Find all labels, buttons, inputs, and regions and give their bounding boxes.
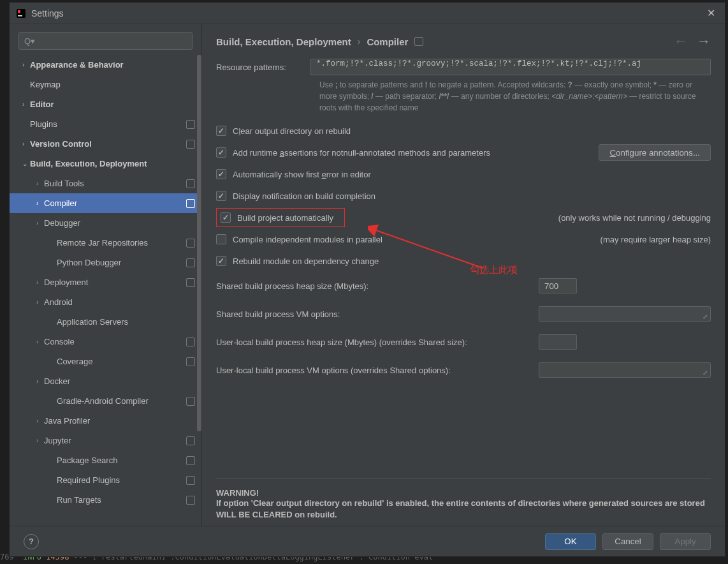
sidebar-item-deployment[interactable]: ›Deployment bbox=[10, 272, 201, 292]
checkbox-icon[interactable] bbox=[216, 169, 226, 179]
shared-vm-label: Shared build process VM options: bbox=[216, 309, 340, 319]
sidebar-item-editor[interactable]: ›Editor bbox=[10, 94, 201, 114]
sidebar-item-label: Required Plugins bbox=[57, 475, 182, 485]
clear-output-checkbox-row[interactable]: Clear output directory on rebuild bbox=[216, 120, 711, 142]
sidebar-item-compiler[interactable]: ›Compiler bbox=[10, 193, 201, 213]
project-scope-icon bbox=[186, 456, 195, 465]
cancel-button[interactable]: Cancel bbox=[602, 533, 653, 550]
rebuild-dep-checkbox-row[interactable]: Rebuild module on dependency change bbox=[216, 250, 711, 272]
checkbox-icon[interactable] bbox=[216, 256, 226, 266]
sidebar-item-label: Jupyter bbox=[44, 436, 182, 445]
sidebar-item-console[interactable]: ›Console bbox=[10, 332, 201, 352]
user-heap-input[interactable] bbox=[539, 334, 577, 350]
sidebar-item-android[interactable]: ›Android bbox=[10, 292, 201, 312]
sidebar-item-coverage[interactable]: Coverage bbox=[10, 352, 201, 371]
sidebar-item-version-control[interactable]: ›Version Control bbox=[10, 134, 201, 154]
sidebar-item-label: Python Debugger bbox=[57, 258, 182, 267]
checkbox-icon[interactable] bbox=[216, 126, 226, 136]
project-scope-icon bbox=[186, 278, 195, 287]
nav-back-icon[interactable]: ← bbox=[674, 33, 688, 50]
sidebar-item-label: Remote Jar Repositories bbox=[57, 238, 182, 248]
display-notification-checkbox-row[interactable]: Display notification on build completion bbox=[216, 185, 711, 207]
compile-parallel-checkbox-row[interactable]: Compile independent modules in parallel … bbox=[216, 228, 711, 250]
project-scope-icon bbox=[186, 140, 195, 149]
sidebar-item-label: Android bbox=[44, 297, 195, 307]
search-icon: Q▾ bbox=[24, 36, 35, 46]
sidebar-item-label: Version Control bbox=[30, 139, 182, 149]
button-bar: ? OK Cancel Apply bbox=[10, 526, 725, 556]
sidebar-item-label: Build Tools bbox=[44, 179, 182, 188]
ok-button[interactable]: OK bbox=[545, 533, 596, 550]
sidebar-item-docker[interactable]: ›Docker bbox=[10, 371, 201, 391]
build-auto-highlight: Build project automatically bbox=[216, 208, 345, 227]
titlebar: Settings ✕ bbox=[10, 3, 725, 24]
configure-annotations-button[interactable]: Configure annotations... bbox=[599, 144, 711, 161]
sidebar-item-appearance-behavior[interactable]: ›Appearance & Behavior bbox=[10, 55, 201, 75]
sidebar-item-label: Java Profiler bbox=[44, 416, 195, 426]
warning-title: WARNING! bbox=[216, 488, 711, 498]
sidebar-item-python-debugger[interactable]: Python Debugger bbox=[10, 253, 201, 272]
project-scope-icon bbox=[186, 179, 195, 188]
build-auto-checkbox-label[interactable]: Build project automatically bbox=[237, 213, 333, 223]
sidebar-item-label: Deployment bbox=[44, 278, 182, 287]
search-input[interactable]: Q▾ bbox=[18, 32, 193, 50]
tree-scrollbar[interactable] bbox=[197, 55, 201, 431]
resource-patterns-input[interactable]: *.form;!?*.class;!?*.groovy;!?*.scala;!?… bbox=[310, 59, 711, 75]
project-scope-icon bbox=[186, 476, 195, 485]
sidebar-item-plugins[interactable]: Plugins bbox=[10, 114, 201, 134]
shared-heap-input[interactable] bbox=[539, 278, 577, 293]
checkbox-icon[interactable] bbox=[216, 234, 226, 244]
shared-vm-input[interactable]: ⤢ bbox=[539, 306, 711, 322]
parallel-hint: (may require larger heap size) bbox=[601, 235, 711, 244]
sidebar-item-label: Compiler bbox=[44, 198, 182, 208]
sidebar-item-java-profiler[interactable]: ›Java Profiler bbox=[10, 411, 201, 431]
breadcrumb-current: Compiler bbox=[367, 36, 408, 47]
sidebar-item-required-plugins[interactable]: Required Plugins bbox=[10, 470, 201, 490]
project-scope-icon bbox=[186, 397, 195, 406]
sidebar-item-package-search[interactable]: Package Search bbox=[10, 450, 201, 470]
chevron-right-icon: › bbox=[36, 338, 44, 345]
sidebar-item-run-targets[interactable]: Run Targets bbox=[10, 490, 201, 510]
sidebar-item-debugger[interactable]: ›Debugger bbox=[10, 213, 201, 233]
sidebar-item-keymap[interactable]: Keymap bbox=[10, 75, 201, 94]
project-scope-icon bbox=[186, 496, 195, 505]
project-scope-icon bbox=[186, 120, 195, 129]
sidebar-item-label: Plugins bbox=[30, 119, 182, 129]
resource-patterns-hint: Use ; to separate patterns and ! to nega… bbox=[319, 79, 711, 114]
expand-icon[interactable]: ⤢ bbox=[703, 313, 709, 320]
checkbox-icon[interactable] bbox=[216, 191, 226, 201]
shared-heap-label: Shared build process heap size (Mbytes): bbox=[216, 281, 368, 291]
auto-first-error-checkbox-row[interactable]: Automatically show first error in editor bbox=[216, 163, 711, 185]
chevron-right-icon: › bbox=[36, 279, 44, 286]
apply-button[interactable]: Apply bbox=[660, 533, 711, 550]
chevron-right-icon: › bbox=[22, 140, 30, 147]
help-button[interactable]: ? bbox=[24, 534, 39, 549]
content-area: Resource patterns: *.form;!?*.class;!?*.… bbox=[202, 56, 725, 526]
checkbox-icon[interactable] bbox=[221, 212, 231, 223]
runtime-assertions-checkbox-row[interactable]: Add runtime assertions for notnull-annot… bbox=[216, 142, 711, 163]
sidebar-item-label: Editor bbox=[30, 100, 195, 109]
sidebar-item-build-execution-deployment[interactable]: ⌄Build, Execution, Deployment bbox=[10, 154, 201, 174]
checkbox-icon[interactable] bbox=[216, 147, 226, 158]
settings-dialog: Settings ✕ Q▾ ›Appearance & BehaviorKeym… bbox=[9, 2, 725, 557]
chevron-right-icon: › bbox=[36, 219, 44, 226]
project-scope-icon bbox=[186, 239, 195, 248]
chevron-right-icon: › bbox=[36, 180, 44, 187]
sidebar-item-label: Keymap bbox=[30, 80, 195, 89]
sidebar: Q▾ ›Appearance & BehaviorKeymap›EditorPl… bbox=[10, 24, 202, 526]
sidebar-item-label: Application Servers bbox=[57, 317, 195, 327]
chevron-right-icon: › bbox=[36, 417, 44, 424]
close-icon[interactable]: ✕ bbox=[701, 7, 721, 19]
sidebar-item-application-servers[interactable]: Application Servers bbox=[10, 312, 201, 332]
sidebar-item-remote-jar-repositories[interactable]: Remote Jar Repositories bbox=[10, 233, 201, 253]
sidebar-item-gradle-android-compiler[interactable]: Gradle-Android Compiler bbox=[10, 391, 201, 411]
project-scope-icon bbox=[414, 37, 423, 46]
chevron-right-icon: › bbox=[36, 299, 44, 306]
sidebar-item-build-tools[interactable]: ›Build Tools bbox=[10, 174, 201, 193]
nav-forward-icon[interactable]: → bbox=[697, 33, 711, 50]
expand-icon[interactable]: ⤢ bbox=[703, 369, 709, 376]
sidebar-item-jupyter[interactable]: ›Jupyter bbox=[10, 431, 201, 450]
project-scope-icon bbox=[186, 199, 195, 208]
project-scope-icon bbox=[186, 258, 195, 267]
user-vm-input[interactable]: ⤢ bbox=[539, 362, 711, 378]
